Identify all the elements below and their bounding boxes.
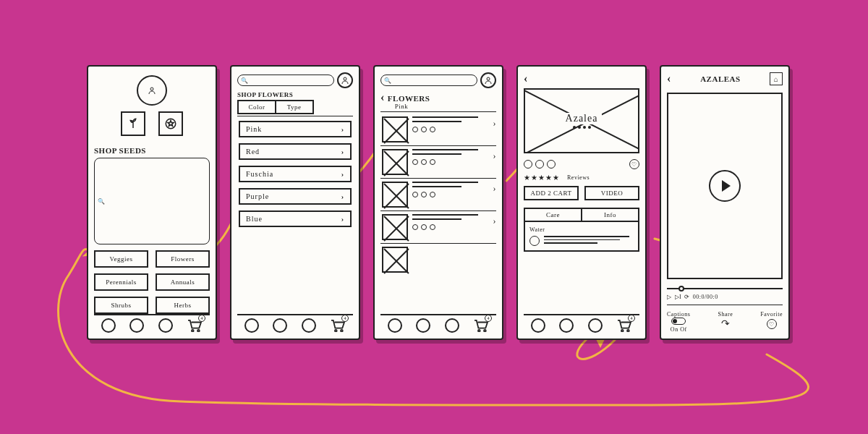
thumbnail-placeholder xyxy=(382,214,408,240)
category-herbs[interactable]: Herbs xyxy=(156,297,210,314)
water-icon xyxy=(529,236,540,246)
back-button[interactable]: ‹ xyxy=(524,72,528,85)
color-pink[interactable]: Pink› xyxy=(239,121,352,137)
heart-icon: ♡ xyxy=(767,319,777,329)
chevron-right-icon: › xyxy=(341,170,344,178)
product-name: Azalea xyxy=(561,113,603,124)
tab-2[interactable] xyxy=(273,318,287,333)
list-item[interactable] xyxy=(380,244,496,276)
tab-3[interactable] xyxy=(445,318,459,333)
cart-icon[interactable]: 4 xyxy=(616,319,632,332)
video-title: Azaleas xyxy=(700,75,740,83)
svg-point-0 xyxy=(150,88,153,90)
page-subtitle: Pink xyxy=(395,103,430,110)
tile-plant[interactable] xyxy=(121,111,145,136)
hero-image-placeholder: Azalea xyxy=(524,88,639,153)
cart-icon[interactable]: 4 xyxy=(187,319,203,332)
color-fuschia[interactable]: Fuschia› xyxy=(239,166,352,182)
tab-bar: 4 xyxy=(237,314,353,333)
home-button[interactable]: ⌂ xyxy=(770,72,783,85)
category-flowers[interactable]: Flowers xyxy=(156,250,210,268)
chevron-right-icon: › xyxy=(341,215,344,223)
avatar-large[interactable] xyxy=(137,75,167,106)
avatar-icon[interactable] xyxy=(480,72,496,88)
tab-1[interactable] xyxy=(531,318,545,333)
tab-bar: 4 xyxy=(524,314,639,333)
screen-video: ‹ Azaleas ⌂ ▷ ▷I ⟳ 00:0/00:0 Captions On… xyxy=(660,65,790,340)
search-input[interactable]: 🔍 xyxy=(237,75,334,86)
svg-point-10 xyxy=(621,330,624,332)
category-veggies[interactable]: Veggies xyxy=(94,250,148,268)
tab-color[interactable]: Color xyxy=(237,100,275,114)
skip-icon[interactable]: ▷I xyxy=(675,294,682,300)
video-button[interactable]: Video xyxy=(584,186,639,200)
category-perennials[interactable]: Perennials xyxy=(94,273,148,291)
breadcrumb: Shop Flowers xyxy=(237,91,353,98)
back-button[interactable]: ‹ xyxy=(667,72,671,85)
tab-2[interactable] xyxy=(129,318,144,333)
tab-type[interactable]: Type xyxy=(275,100,314,114)
tile-star[interactable] xyxy=(158,111,183,136)
list-item[interactable]: › xyxy=(380,179,496,211)
list-item[interactable]: › xyxy=(380,211,496,244)
search-input[interactable]: 🔍 xyxy=(94,158,210,244)
back-button[interactable]: ‹ xyxy=(380,91,385,104)
variant-dots[interactable] xyxy=(524,160,556,169)
cart-icon[interactable]: 4 xyxy=(330,319,346,332)
star-rating: ★★★★★ xyxy=(524,174,560,182)
timecode: 00:0/00:0 xyxy=(693,294,718,300)
screen-home: Shop Seeds 🔍 Veggies Flowers Perennials … xyxy=(87,65,217,340)
list-item[interactable]: › xyxy=(380,114,496,146)
svg-point-7 xyxy=(487,77,490,80)
color-blue[interactable]: Blue› xyxy=(239,210,352,227)
screen-shop-flowers: 🔍 Shop Flowers Color Type Pink› Red› Fus… xyxy=(230,65,360,340)
favorite-button[interactable]: ♡ xyxy=(629,159,639,169)
cart-icon[interactable]: 4 xyxy=(473,319,489,332)
carousel-dots[interactable] xyxy=(573,126,591,129)
play-icon[interactable]: ▷ xyxy=(667,294,672,300)
list-item[interactable]: › xyxy=(380,146,496,179)
captions-control[interactable]: Captions On Of xyxy=(667,311,690,333)
svg-point-2 xyxy=(192,330,194,332)
captions-toggle[interactable] xyxy=(671,318,686,325)
chevron-right-icon: › xyxy=(493,118,497,129)
chevron-right-icon: › xyxy=(341,148,344,156)
filter-tabs: Color Type xyxy=(237,100,314,114)
favorite-button[interactable]: Favorite ♡ xyxy=(760,311,783,329)
search-input[interactable]: 🔍 xyxy=(380,75,477,86)
tab-1[interactable] xyxy=(244,318,259,333)
reviews-label[interactable]: Reviews xyxy=(567,174,590,181)
category-grid: Veggies Flowers Perennials Annuals Shrub… xyxy=(94,250,210,314)
category-annuals[interactable]: Annuals xyxy=(156,273,210,291)
category-shrubs[interactable]: Shrubs xyxy=(94,297,148,314)
tab-3[interactable] xyxy=(302,318,316,333)
svg-point-6 xyxy=(341,330,343,332)
tab-2[interactable] xyxy=(416,318,430,333)
tab-3[interactable] xyxy=(158,318,173,333)
tab-3[interactable] xyxy=(588,318,603,333)
screen-flowers-pink: 🔍 ‹ Flowers Pink › › › xyxy=(373,65,503,340)
screen-product-detail: ‹ Azalea ♡ ★★★★★ Reviews Add 2 Cart Vide… xyxy=(516,65,647,340)
video-player[interactable] xyxy=(667,93,783,279)
scrubber[interactable] xyxy=(667,285,783,292)
chevron-right-icon: › xyxy=(493,183,497,194)
tab-bar: 4 xyxy=(94,314,210,333)
color-purple[interactable]: Purple› xyxy=(239,188,352,205)
avatar-icon[interactable] xyxy=(337,72,353,88)
play-button[interactable] xyxy=(709,170,741,202)
page-title: Flowers xyxy=(388,94,430,103)
svg-point-3 xyxy=(197,330,200,332)
add-to-cart-button[interactable]: Add 2 Cart xyxy=(524,186,579,200)
detail-tabs: Care Info xyxy=(524,208,639,222)
tab-care[interactable]: Care xyxy=(524,208,581,222)
tab-1[interactable] xyxy=(101,318,116,333)
svg-point-8 xyxy=(478,330,480,332)
tab-2[interactable] xyxy=(559,318,574,333)
thumbnail-placeholder xyxy=(382,149,408,175)
tab-info[interactable]: Info xyxy=(581,208,639,222)
color-red[interactable]: Red› xyxy=(239,143,352,160)
tab-bar: 4 xyxy=(380,314,496,333)
tab-1[interactable] xyxy=(388,318,402,333)
share-button[interactable]: Share ↷ xyxy=(718,311,733,330)
loop-icon[interactable]: ⟳ xyxy=(684,294,690,300)
